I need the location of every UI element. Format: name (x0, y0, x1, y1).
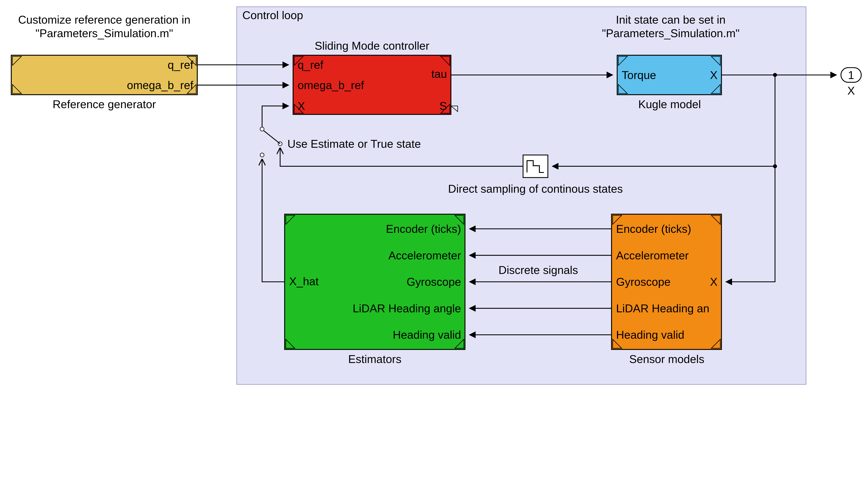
sens-port-heading-valid: Heading valid (616, 329, 684, 341)
est-port-lidar: LiDAR Heading angle (353, 302, 461, 315)
refgen-port-qref: q_ref (168, 58, 194, 71)
est-port-gyro: Gyroscope (407, 276, 461, 288)
est-port-encoder: Encoder (ticks) (386, 223, 461, 235)
sens-port-accel: Accelerometer (616, 249, 689, 262)
smc-port-tau: tau (431, 67, 447, 80)
sens-port-encoder: Encoder (ticks) (616, 223, 691, 235)
svg-point-5 (260, 127, 264, 131)
refgen-port-omega: omega_b_ref (127, 79, 194, 92)
smc-port-omega: omega_b_ref (298, 79, 364, 92)
svg-point-6 (260, 153, 264, 157)
estimators-title: Estimators (348, 353, 401, 365)
sampler-label: Direct sampling of continous states (448, 182, 623, 195)
estimators-block[interactable]: X_hat Encoder (ticks) Accelerometer Gyro… (285, 214, 465, 350)
sensors-title: Sensor models (629, 353, 704, 365)
smc-port-s: S (439, 100, 447, 112)
sampler-block[interactable] (523, 155, 548, 178)
smc-title: Sliding Mode controller (315, 40, 429, 52)
init-state-annotation-l1: Init state can be set in (616, 13, 726, 26)
sliding-mode-controller-block[interactable]: q_ref omega_b_ref X tau S (293, 55, 458, 114)
refgen-annotation-l2: "Parameters_Simulation.m" (35, 27, 173, 40)
outport-name: X (847, 84, 855, 97)
est-port-heading-valid: Heading valid (393, 329, 461, 341)
outport-block[interactable]: 1 (841, 68, 861, 82)
sens-port-gyro: Gyroscope (616, 276, 671, 288)
kugle-port-torque: Torque (622, 69, 656, 82)
switch-label: Use Estimate or True state (288, 138, 421, 150)
est-port-accel: Accelerometer (388, 249, 461, 262)
refgen-annotation-l1: Customize reference generation in (18, 13, 190, 26)
kugle-model-block[interactable]: Torque X (617, 55, 721, 95)
refgen-title: Reference generator (53, 98, 156, 110)
outport-num: 1 (848, 69, 854, 82)
simulink-diagram: Control loop Customize reference generat… (0, 0, 868, 395)
sens-port-x: X (710, 276, 718, 288)
sensor-models-block[interactable]: Encoder (ticks) Accelerometer Gyroscope … (612, 214, 721, 350)
init-state-annotation-l2: "Parameters_Simulation.m" (602, 27, 740, 40)
reference-generator-block[interactable]: q_ref omega_b_ref (11, 55, 197, 95)
smc-port-qref: q_ref (298, 58, 323, 71)
kugle-title: Kugle model (638, 98, 701, 110)
smc-port-x: X (298, 100, 305, 112)
sens-port-lidar: LiDAR Heading an (616, 302, 709, 315)
control-loop-title: Control loop (242, 9, 303, 22)
discrete-signals-label: Discrete signals (499, 264, 578, 276)
kugle-port-x: X (710, 69, 718, 82)
est-port-xhat: X_hat (289, 275, 319, 288)
